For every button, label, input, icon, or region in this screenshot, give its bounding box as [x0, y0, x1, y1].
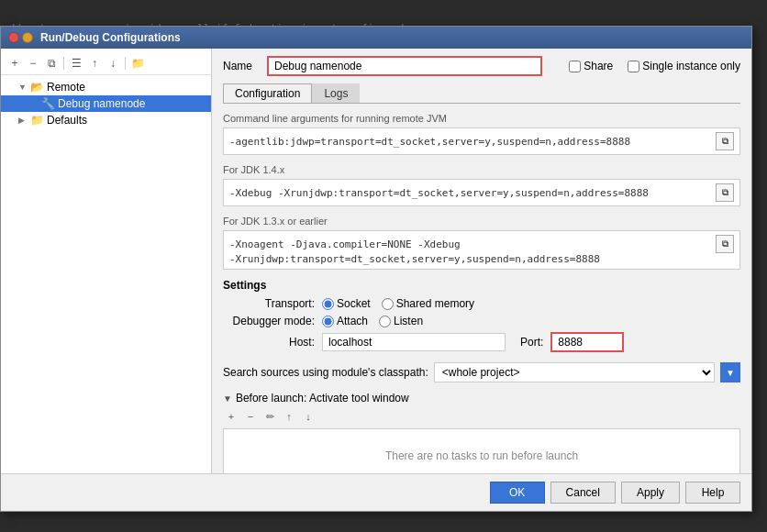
shared-memory-radio-label[interactable]: Shared memory [382, 297, 474, 310]
move-down-button[interactable]: ↓ [105, 55, 121, 72]
cmd-jdk13-text1: -Xnoagent -Djava.compiler=NONE -Xdebug [229, 238, 712, 250]
titlebar-buttons [8, 32, 33, 43]
cmd-jdk14-box: -Xdebug -Xrunjdwp:transport=dt_socket,se… [223, 179, 740, 206]
name-label: Name [223, 60, 260, 72]
port-label: Port: [520, 336, 543, 349]
debugger-mode-radio-group: Attach Listen [322, 315, 423, 327]
listen-radio[interactable] [379, 316, 391, 327]
jdk13-label: For JDK 1.3.x or earlier [223, 216, 740, 227]
minimize-button[interactable] [22, 32, 33, 43]
share-label: Share [584, 60, 613, 72]
cmd-jdk13-box: -Xnoagent -Djava.compiler=NONE -Xdebug ⧉… [223, 230, 740, 270]
socket-radio[interactable] [322, 298, 334, 310]
ok-button[interactable]: OK [490, 482, 545, 504]
classpath-label: Search sources using module's classpath: [223, 366, 428, 379]
copy-jdk13-button[interactable]: ⧉ [716, 235, 734, 253]
share-checkbox-label[interactable]: Share [569, 60, 613, 72]
classpath-row: Search sources using module's classpath:… [223, 362, 740, 382]
expand-toggle-defaults[interactable]: ▶ [18, 116, 28, 125]
socket-radio-label[interactable]: Socket [322, 297, 371, 310]
move-config-button[interactable]: ☰ [68, 55, 84, 72]
defaults-label: Defaults [47, 114, 87, 127]
tab-logs[interactable]: Logs [312, 83, 360, 103]
tabs-row: Configuration Logs [223, 83, 740, 104]
before-launch-toolbar: + − ✏ ↑ ↓ [223, 408, 740, 425]
before-launch-label: Before launch: Activate tool window [236, 392, 409, 405]
before-launch-header: ▼ Before launch: Activate tool window [223, 392, 740, 405]
share-checkbox[interactable] [569, 61, 581, 72]
host-input[interactable] [322, 333, 506, 351]
copy-config-button[interactable]: ⧉ [43, 55, 60, 72]
socket-label: Socket [337, 297, 371, 310]
settings-section: Settings Transport: Socket Shared memory [223, 279, 740, 357]
remove-config-button[interactable]: − [25, 55, 41, 72]
attach-label: Attach [337, 315, 368, 327]
single-instance-label: Single instance only [642, 60, 740, 72]
bl-edit-button[interactable]: ✏ [261, 408, 278, 425]
bl-down-button[interactable]: ↓ [300, 408, 317, 425]
no-tasks-text: There are no tasks to run before launch [385, 449, 578, 462]
toolbar-separator [63, 57, 64, 70]
settings-title: Settings [223, 279, 740, 292]
bl-add-button[interactable]: + [223, 408, 239, 425]
left-panel: + − ⧉ ☰ ↑ ↓ 📁 ▼ 📂 Remote [1, 49, 212, 511]
single-instance-checkbox[interactable] [628, 61, 639, 72]
transport-row: Transport: Socket Shared memory [223, 297, 740, 310]
add-config-button[interactable]: + [6, 55, 23, 72]
copy-jdk14-button[interactable]: ⧉ [716, 183, 734, 202]
tree-item-debug-namenode[interactable]: 🔧 Debug namenode [1, 95, 211, 112]
dialog-title: Run/Debug Configurations [40, 31, 181, 44]
folder-button[interactable]: 📁 [129, 55, 146, 72]
listen-radio-label[interactable]: Listen [379, 315, 423, 327]
cmd-run-box: -agentlib:jdwp=transport=dt_socket,serve… [223, 127, 740, 155]
debugger-mode-label: Debugger mode: [223, 315, 315, 327]
expand-toggle-remote[interactable]: ▼ [18, 83, 28, 92]
defaults-folder-icon: 📁 [30, 114, 44, 127]
single-instance-checkbox-label[interactable]: Single instance only [628, 60, 740, 72]
help-button[interactable]: Help [685, 482, 740, 504]
bl-up-button[interactable]: ↑ [281, 408, 297, 425]
remote-folder-icon: 📂 [30, 81, 44, 94]
dialog-titlebar: Run/Debug Configurations [1, 27, 751, 49]
remote-label: Remote [47, 81, 85, 94]
transport-radio-group: Socket Shared memory [322, 297, 474, 310]
dialog-content: + − ⧉ ☰ ↑ ↓ 📁 ▼ 📂 Remote [1, 49, 751, 511]
classpath-dropdown-button[interactable]: ▼ [720, 362, 740, 382]
cmd-run-label: Command line arguments for running remot… [223, 113, 740, 124]
close-button[interactable] [8, 32, 19, 43]
tab-configuration[interactable]: Configuration [223, 83, 312, 103]
cmd-jdk13-text2: -Xrunjdwp:transport=dt_socket,server=y,s… [229, 253, 600, 265]
shared-memory-radio[interactable] [382, 298, 394, 310]
port-input[interactable] [550, 332, 624, 352]
debug-namenode-label: Debug namenode [58, 97, 145, 110]
right-panel: Name Share Single instance only Config [212, 49, 751, 511]
copy-run-button[interactable]: ⧉ [716, 132, 734, 150]
classpath-select[interactable]: <whole project> [434, 362, 715, 382]
listen-label: Listen [394, 315, 423, 327]
host-port-row: Host: Port: [223, 332, 740, 352]
attach-radio-label[interactable]: Attach [322, 315, 368, 327]
name-row: Name Share Single instance only [223, 56, 740, 76]
jdk14-label: For JDK 1.4.x [223, 164, 740, 175]
shared-memory-label: Shared memory [396, 297, 474, 310]
move-up-button[interactable]: ↑ [86, 55, 103, 72]
cmd-jdk14-text: -Xdebug -Xrunjdwp:transport=dt_socket,se… [229, 187, 712, 199]
checkboxes-row: Share Single instance only [569, 60, 740, 72]
toolbar-separator2 [125, 57, 126, 70]
host-label: Host: [223, 336, 315, 349]
cancel-button[interactable]: Cancel [550, 482, 616, 504]
debug-config-icon: 🔧 [41, 97, 55, 110]
bl-remove-button[interactable]: − [242, 408, 259, 425]
attach-radio[interactable] [322, 316, 334, 327]
before-launch-section: ▼ Before launch: Activate tool window + … [223, 392, 740, 483]
dialog-footer: OK Cancel Apply Help [1, 473, 751, 511]
apply-button[interactable]: Apply [621, 482, 680, 504]
name-input[interactable] [267, 56, 542, 76]
tree-item-defaults[interactable]: ▶ 📁 Defaults [1, 112, 211, 128]
cmd-run-text: -agentlib:jdwp=transport=dt_socket,serve… [229, 136, 712, 148]
before-launch-toggle[interactable]: ▼ [223, 393, 232, 404]
transport-label: Transport: [223, 297, 315, 310]
run-debug-dialog: Run/Debug Configurations + − ⧉ ☰ ↑ ↓ 📁 ▼ [0, 26, 752, 512]
tree-item-remote[interactable]: ▼ 📂 Remote [1, 79, 211, 95]
tree-toolbar: + − ⧉ ☰ ↑ ↓ 📁 [1, 52, 211, 75]
